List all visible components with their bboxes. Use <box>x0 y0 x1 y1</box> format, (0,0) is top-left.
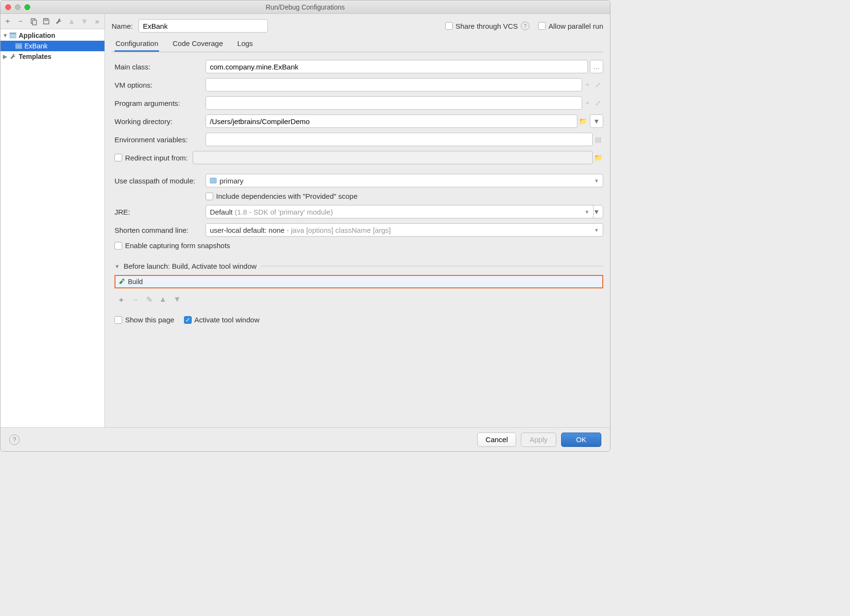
classpath-label: Use classpath of module: <box>115 177 201 185</box>
dialog-footer: ? Cancel Apply OK <box>0 427 610 451</box>
share-through-vcs-checkbox[interactable]: Share through VCS ? <box>445 22 529 30</box>
window-controls <box>5 4 30 10</box>
expand-field-icon[interactable]: ⤢ <box>593 81 603 89</box>
redirect-input-checkbox[interactable]: Redirect input from: <box>115 154 188 162</box>
list-icon[interactable]: ▤ <box>593 136 603 143</box>
allow-parallel-run-checkbox[interactable]: Allow parallel run <box>538 22 603 30</box>
cancel-button[interactable]: Cancel <box>477 433 516 447</box>
svg-rect-7 <box>122 278 125 281</box>
before-launch-task-build[interactable]: Build <box>115 275 603 288</box>
shorten-label: Shorten command line: <box>115 226 201 234</box>
tree-label: Templates <box>19 53 51 60</box>
svg-rect-6 <box>15 43 22 45</box>
remove-task-icon[interactable]: － <box>132 295 139 305</box>
folder-icon[interactable]: 📁 <box>577 117 588 125</box>
redirect-input-field <box>193 151 593 164</box>
svg-rect-2 <box>45 19 47 21</box>
tree-node-exbank[interactable]: ExBank <box>0 41 104 51</box>
vm-options-input[interactable] <box>206 78 582 91</box>
expand-icon[interactable]: ▶ <box>2 53 7 60</box>
dropdown-button[interactable]: ▼ <box>590 114 603 128</box>
browse-class-button[interactable]: … <box>590 60 603 73</box>
jre-label: JRE: <box>115 208 201 216</box>
collapse-icon[interactable]: ▼ <box>115 263 120 269</box>
name-input[interactable] <box>138 19 268 33</box>
zoom-icon[interactable] <box>24 4 30 10</box>
program-arguments-input[interactable] <box>206 96 582 110</box>
tree-node-application[interactable]: ▼ Application <box>0 30 104 41</box>
show-this-page-checkbox[interactable]: Show this page <box>115 316 174 324</box>
enable-capture-snapshots-checkbox[interactable]: Enable capturing form snapshots <box>115 241 230 250</box>
tree-node-templates[interactable]: ▶ Templates <box>0 51 104 62</box>
move-down-icon[interactable]: ▼ <box>80 17 89 26</box>
classpath-combo[interactable]: primary <box>206 174 603 187</box>
tabs: Configuration Code Coverage Logs <box>112 37 603 52</box>
remove-icon[interactable]: － <box>16 17 25 26</box>
close-icon[interactable] <box>5 4 11 10</box>
working-directory-label: Working directory: <box>115 117 201 125</box>
tree-label: ExBank <box>24 42 47 50</box>
window-title: Run/Debug Configurations <box>5 3 605 11</box>
help-button[interactable]: ? <box>9 434 20 445</box>
folder-icon: 📁 <box>593 154 603 161</box>
vm-options-label: VM options: <box>115 81 201 89</box>
tab-logs[interactable]: Logs <box>236 36 254 52</box>
configurations-sidebar: ＋ － ▲ ▼ » ▼ <box>0 14 105 427</box>
more-icon[interactable]: » <box>92 17 102 26</box>
wrench-icon[interactable] <box>55 17 64 26</box>
titlebar: Run/Debug Configurations <box>0 0 610 14</box>
application-icon <box>9 32 17 39</box>
before-launch-toolbar: ＋ － ✎ ▲ ▼ <box>115 293 603 307</box>
save-icon[interactable] <box>42 17 51 26</box>
shorten-command-line-combo[interactable]: user-local default: none - java [options… <box>206 223 603 237</box>
run-debug-configurations-dialog: Run/Debug Configurations ＋ － ▲ ▼ » <box>0 0 610 452</box>
add-icon[interactable]: ＋ <box>3 17 12 26</box>
tab-code-coverage[interactable]: Code Coverage <box>172 36 224 52</box>
minimize-icon[interactable] <box>15 4 21 10</box>
name-label: Name: <box>112 22 133 30</box>
insert-macro-icon[interactable]: ＋ <box>582 99 593 107</box>
include-provided-checkbox[interactable]: Include dependencies with "Provided" sco… <box>206 192 357 200</box>
configuration-panel: Name: Share through VCS ? Allow parallel… <box>105 14 610 427</box>
tree-label: Application <box>19 32 55 39</box>
jre-combo[interactable]: Default (1.8 - SDK of 'primary' module) <box>206 205 594 218</box>
move-down-icon[interactable]: ▼ <box>173 295 181 305</box>
env-variables-label: Environment variables: <box>115 136 201 144</box>
hammer-icon <box>118 278 125 285</box>
svg-rect-4 <box>10 33 16 34</box>
main-class-input[interactable] <box>206 60 588 73</box>
checkbox-checked-icon: ✓ <box>184 316 192 324</box>
application-icon <box>15 42 23 50</box>
move-up-icon[interactable]: ▲ <box>159 295 167 305</box>
tab-configuration[interactable]: Configuration <box>115 36 159 52</box>
insert-macro-icon[interactable]: ＋ <box>582 80 593 89</box>
svg-rect-1 <box>33 20 36 25</box>
configurations-tree: ▼ Application ExBank ▶ <box>0 29 104 427</box>
apply-button[interactable]: Apply <box>521 433 556 447</box>
edit-task-icon[interactable]: ✎ <box>146 295 152 305</box>
module-icon <box>210 178 217 183</box>
sidebar-toolbar: ＋ － ▲ ▼ » <box>0 14 104 29</box>
program-arguments-label: Program arguments: <box>115 99 201 107</box>
before-launch-header[interactable]: ▼ Before launch: Build, Activate tool wi… <box>115 262 603 270</box>
working-directory-input[interactable] <box>206 114 577 128</box>
move-up-icon[interactable]: ▲ <box>67 17 76 26</box>
activate-tool-window-checkbox[interactable]: ✓ Activate tool window <box>184 316 260 324</box>
main-class-label: Main class: <box>115 63 201 71</box>
wrench-icon <box>9 53 17 60</box>
add-task-icon[interactable]: ＋ <box>117 295 125 305</box>
copy-icon[interactable] <box>29 17 38 26</box>
env-variables-input[interactable] <box>206 133 593 146</box>
expand-field-icon[interactable]: ⤢ <box>593 99 603 107</box>
ok-button[interactable]: OK <box>561 433 601 447</box>
help-icon[interactable]: ? <box>521 22 529 30</box>
expand-icon[interactable]: ▼ <box>2 32 7 39</box>
